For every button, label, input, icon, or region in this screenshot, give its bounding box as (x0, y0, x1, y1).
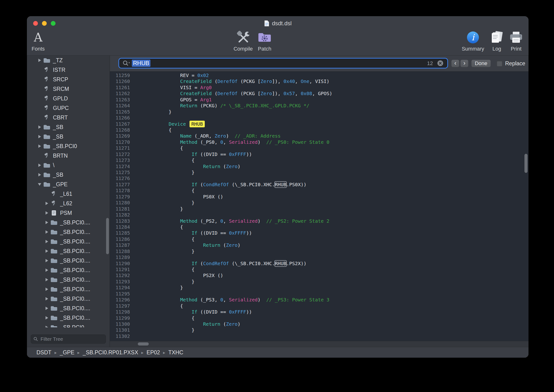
tree-item-psm[interactable]: PSM (27, 208, 110, 218)
disclosure-triangle-icon[interactable] (38, 183, 41, 186)
disclosure-triangle-icon[interactable] (46, 268, 48, 272)
tree-item-sbpci0[interactable]: _SB.PCI0.... (27, 218, 110, 227)
tree-item-sbpci0[interactable]: _SB.PCI0.... (27, 284, 110, 294)
tree-item-tz[interactable]: _TZ (27, 56, 110, 65)
tree-item-sbpci0[interactable]: _SB.PCI0 (27, 141, 110, 151)
breadcrumb-item[interactable]: _GPE (60, 349, 74, 356)
disclosure-triangle-icon[interactable] (46, 259, 48, 262)
disclosure-triangle-icon[interactable] (46, 307, 48, 310)
folder-icon (43, 124, 51, 130)
tree-item-sbpci0[interactable]: _SB.PCI0.... (27, 275, 110, 284)
tree-item-[interactable]: \ (27, 161, 110, 170)
log-button[interactable]: Log (490, 29, 504, 52)
tree-item-sbpci0[interactable]: _SB.PCI0.... (27, 265, 110, 275)
disclosure-triangle-icon[interactable] (38, 173, 41, 176)
code-line: 11265 } (110, 109, 528, 115)
method-icon (43, 115, 51, 120)
tree-item-gupc[interactable]: GUPC (27, 103, 110, 113)
breadcrumb-item[interactable]: DSDT (36, 349, 51, 356)
patch-button[interactable]: Patch (257, 29, 272, 52)
tree-item-label: _SB (53, 172, 63, 178)
filter-field[interactable] (31, 335, 106, 343)
tree-item-sbpci0[interactable]: _SB.PCI0.... (27, 227, 110, 237)
code-text: VISI = Arg0 (134, 85, 212, 91)
code-text: Name (_ADR, Zero) // _ADR: Address (134, 133, 281, 139)
tree-item-sbpci0[interactable]: _SB.PCI0.... (27, 294, 110, 304)
tree-item-l61[interactable]: _L61 (27, 189, 110, 199)
disclosure-triangle-icon[interactable] (46, 240, 48, 243)
disclosure-triangle-icon[interactable] (38, 135, 41, 138)
editor-horizontal-scrollbar[interactable] (110, 341, 528, 347)
titlebar[interactable]: dsdt.dsl (27, 16, 528, 29)
fonts-button[interactable]: A Fonts (31, 29, 45, 52)
tree-item-sb[interactable]: _SB (27, 122, 110, 132)
disclosure-triangle-icon[interactable] (38, 126, 41, 129)
tree-item-cbrt[interactable]: CBRT (27, 113, 110, 122)
tree-item-label: _L62 (60, 200, 72, 207)
editor-vertical-scrollbar-thumb[interactable] (524, 154, 527, 173)
tree-item-sbpci0[interactable]: _SB.PCI0.... (27, 313, 110, 323)
close-button[interactable] (33, 21, 38, 26)
disclosure-triangle-icon[interactable] (38, 164, 41, 167)
breadcrumb-item[interactable]: _SB.PCI0.RP01.PXSX (83, 349, 138, 356)
find-next-button[interactable]: › (460, 60, 468, 67)
disclosure-triangle-icon[interactable] (46, 230, 48, 234)
tree-item-l62[interactable]: _L62 (27, 199, 110, 208)
tree-item-sbpci0[interactable]: _SB.PCI0.... (27, 256, 110, 265)
find-previous-button[interactable]: ‹ (451, 60, 459, 67)
tree-item-sb[interactable]: _SB (27, 132, 110, 141)
log-pages-icon (490, 29, 504, 45)
tree-item-label: _SB.PCI0.... (60, 277, 90, 283)
disclosure-triangle-icon[interactable] (46, 287, 48, 291)
filter-input[interactable] (40, 336, 106, 342)
disclosure-triangle-icon[interactable] (46, 326, 48, 327)
code-line: 11302 (110, 333, 528, 339)
line-number: 11289 (110, 254, 130, 260)
disclosure-triangle-icon[interactable] (46, 278, 48, 281)
clear-search-icon[interactable]: ✕ (437, 60, 443, 66)
compile-button[interactable]: Compile (234, 29, 253, 52)
tree-item-sbpci0[interactable]: _SB.PCI0.... (27, 323, 110, 327)
disclosure-triangle-icon[interactable] (46, 211, 48, 215)
minimize-button[interactable] (42, 21, 47, 26)
breadcrumb-item[interactable]: TXHC (168, 349, 183, 356)
print-button[interactable]: Print (509, 29, 523, 52)
sidebar-scrollbar-thumb[interactable] (106, 218, 109, 254)
tree-item-srcp[interactable]: SRCP (27, 75, 110, 84)
breadcrumb-item[interactable]: EP02 (147, 349, 160, 356)
code-text: { (134, 224, 183, 230)
editor-horizontal-scrollbar-thumb[interactable] (138, 343, 149, 345)
folder-icon (43, 162, 51, 168)
tree-item-gpe[interactable]: _GPE (27, 180, 110, 189)
tree-item-brtn[interactable]: BRTN (27, 151, 110, 161)
done-button[interactable]: Done (471, 60, 491, 67)
code-editor[interactable]: 11259 REV = 0x0211260 CreateField (Deref… (110, 71, 528, 341)
tree-item-sbpci0[interactable]: _SB.PCI0.... (27, 246, 110, 256)
tree-item-sbpci0[interactable]: _SB.PCI0.... (27, 237, 110, 246)
disclosure-triangle-icon[interactable] (46, 221, 48, 224)
replace-checkbox[interactable] (497, 61, 503, 67)
tree-item-sb[interactable]: _SB (27, 170, 110, 180)
search-options-icon[interactable] (122, 60, 130, 67)
folder-icon (50, 324, 58, 327)
doc-icon (50, 210, 58, 216)
disclosure-triangle-icon[interactable] (46, 202, 48, 205)
sidebar-tree[interactable]: _TZISTRSRCPSRCMGPLDGUPCCBRT_SB_SB_SB.PCI… (27, 56, 110, 327)
code-line: 11275 } (110, 169, 528, 175)
disclosure-triangle-icon[interactable] (46, 297, 48, 301)
tree-item-label: _SB.PCI0.... (60, 315, 90, 321)
disclosure-triangle-icon[interactable] (46, 249, 48, 253)
tree-item-srcm[interactable]: SRCM (27, 84, 110, 94)
zoom-button[interactable] (51, 21, 55, 26)
disclosure-triangle-icon[interactable] (38, 59, 41, 62)
find-search-field[interactable]: RHUB 12 ✕ (119, 59, 447, 68)
code-line: 11269 Name (_ADR, Zero) // _ADR: Address (110, 133, 528, 139)
disclosure-triangle-icon[interactable] (46, 316, 48, 320)
disclosure-triangle-icon[interactable] (38, 145, 41, 148)
tree-item-sbpci0[interactable]: _SB.PCI0.... (27, 304, 110, 313)
tree-item-istr[interactable]: ISTR (27, 65, 110, 75)
line-number: 11266 (110, 115, 130, 121)
line-number: 11278 (110, 188, 130, 194)
tree-item-gpld[interactable]: GPLD (27, 94, 110, 103)
summary-button[interactable]: i Summary (462, 29, 484, 52)
